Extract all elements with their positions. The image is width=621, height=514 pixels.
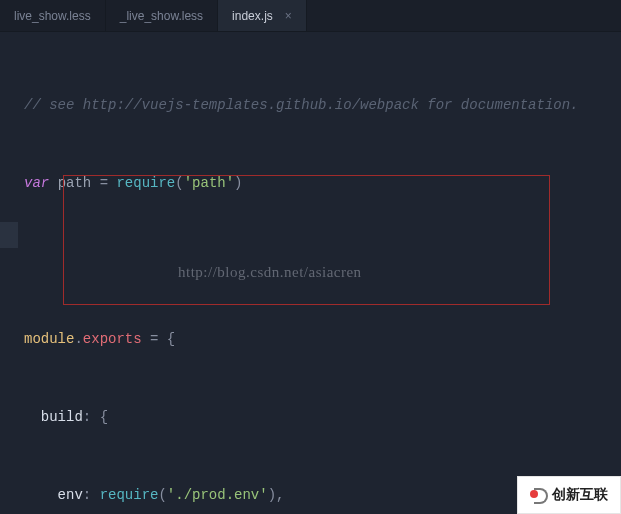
code-string: './prod.env' [167, 487, 268, 503]
code-prop: build [41, 409, 83, 425]
logo-badge: 创新互联 [517, 476, 621, 514]
code-punct: = [91, 175, 116, 191]
code-func: require [100, 487, 159, 503]
code-func: require [116, 175, 175, 191]
logo-text: 创新互联 [552, 486, 608, 504]
code-prop: env [58, 487, 83, 503]
code-content[interactable]: // see http://vuejs-templates.github.io/… [18, 32, 621, 514]
tab-label: live_show.less [14, 9, 91, 23]
code-punct: = { [142, 331, 176, 347]
code-string: 'path' [184, 175, 234, 191]
tab-live-show-less-2[interactable]: _live_show.less [106, 0, 218, 31]
tab-bar: live_show.less _live_show.less index.js× [0, 0, 621, 32]
editor: // see http://vuejs-templates.github.io/… [0, 32, 621, 514]
close-icon[interactable]: × [285, 9, 292, 23]
tab-live-show-less[interactable]: live_show.less [0, 0, 106, 31]
code-keyword: var [24, 175, 49, 191]
code-ident: exports [83, 331, 142, 347]
code-ident: path [58, 175, 92, 191]
tab-index-js[interactable]: index.js× [218, 0, 307, 31]
code-ident: module [24, 331, 74, 347]
gutter [0, 32, 18, 514]
tab-label: _live_show.less [120, 9, 203, 23]
logo-icon [530, 486, 548, 504]
tab-label: index.js [232, 9, 273, 23]
code-comment: // see http://vuejs-templates.github.io/… [24, 97, 579, 113]
